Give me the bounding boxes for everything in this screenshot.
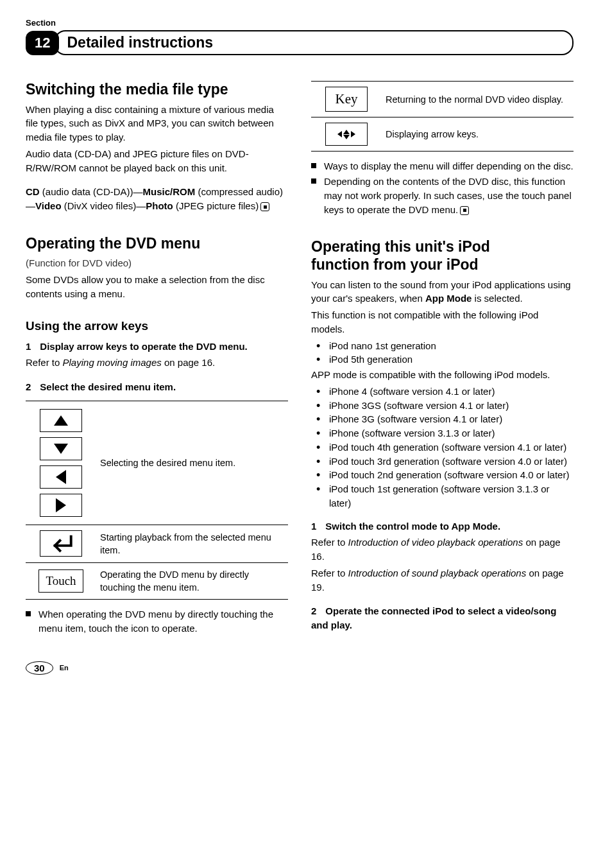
- text: Refer to: [311, 568, 348, 578]
- bullet-icon: [311, 163, 316, 168]
- list-item: iPod nano 1st generation: [311, 339, 574, 353]
- chapter-header: 12 Detailed instructions: [26, 30, 574, 55]
- step-reference: Refer to Introduction of sound playback …: [311, 566, 574, 595]
- label-photo: Photo: [146, 200, 173, 211]
- heading-using-arrow-keys: Using the arrow keys: [26, 319, 288, 333]
- heading-ipod-function: Operating this unit's iPod function from…: [311, 238, 574, 273]
- reference-title: Playing moving images: [63, 357, 162, 368]
- step-number: 1: [311, 521, 316, 532]
- dvd-menu-key-table: Selecting the desired menu item. Startin…: [26, 401, 288, 600]
- list-item: iPod touch 1st generation (software vers…: [311, 482, 574, 510]
- list-item: iPod touch 2nd generation (software vers…: [311, 468, 574, 482]
- table-row: Displaying arrow keys.: [311, 117, 574, 152]
- left-column: Switching the media file type When playi…: [26, 81, 288, 636]
- key-cell-enter: [26, 525, 96, 562]
- list-item: iPhone 4 (software version 4.1 or later): [311, 385, 574, 399]
- dvd-display-key-table: Key Returning to the normal DVD video di…: [311, 81, 574, 152]
- reference-title: Introduction of video playback operation…: [348, 537, 523, 548]
- table-row: Key Returning to the normal DVD video di…: [311, 82, 574, 117]
- language-label: En: [60, 664, 69, 672]
- text: (JPEG picture files): [173, 200, 259, 211]
- page-footer: 30 En: [26, 661, 574, 675]
- content-columns: Switching the media file type When playi…: [26, 81, 574, 636]
- key-label-key-icon: Key: [325, 87, 368, 112]
- step-reference: Refer to Introduction of video playback …: [311, 535, 574, 564]
- enter-key-icon: [40, 530, 82, 557]
- step-2-operate-ipod: 2Operate the connected iPod to select a …: [311, 604, 574, 632]
- left-arrow-key-icon: [40, 465, 82, 489]
- note: Ways to display the menu will differ dep…: [311, 159, 574, 173]
- paragraph: You can listen to the sound from your iP…: [311, 278, 574, 306]
- right-column: Key Returning to the normal DVD video di…: [311, 81, 574, 636]
- end-mark-icon: [460, 206, 469, 215]
- touch-key-icon: Touch: [38, 569, 83, 593]
- table-row: Selecting the desired menu item.: [26, 401, 288, 525]
- function-note: (Function for DVD video): [26, 256, 288, 270]
- table-row: Starting playback from the selected menu…: [26, 525, 288, 562]
- label-music-rom: Music/ROM: [143, 186, 196, 197]
- text: (DivX video files)—: [62, 200, 146, 211]
- key-description: Displaying arrow keys.: [382, 117, 574, 152]
- heading-line: Operating this unit's iPod: [311, 238, 490, 255]
- key-description: Operating the DVD menu by directly touch…: [96, 562, 288, 600]
- paragraph: APP mode is compatible with the followin…: [311, 368, 574, 382]
- key-description: Returning to the normal DVD video displa…: [382, 82, 574, 117]
- text: Refer to: [311, 537, 348, 548]
- end-mark-icon: [260, 202, 269, 211]
- table-row: Touch Operating the DVD menu by directly…: [26, 562, 288, 600]
- paragraph: Some DVDs allow you to make a selection …: [26, 273, 288, 301]
- chapter-title: Detailed instructions: [67, 34, 212, 51]
- paragraph: This function is not compatible with the…: [311, 308, 574, 336]
- step-text: Operate the connected iPod to select a v…: [311, 605, 556, 630]
- text: is selected.: [472, 293, 522, 304]
- page-number: 30: [26, 661, 53, 675]
- note: When operating the DVD menu by directly …: [26, 607, 288, 636]
- format-chain: CD (audio data (CD-DA))—Music/ROM (compr…: [26, 185, 288, 213]
- text: (audio data (CD-DA))—: [40, 186, 143, 197]
- page: Section 12 Detailed instructions Switchi…: [0, 0, 612, 700]
- step-number: 2: [311, 605, 316, 616]
- key-cell-touch: Touch: [26, 562, 96, 600]
- step-text: Select the desired menu item.: [40, 381, 176, 392]
- list-item: iPhone (software version 3.1.3 or later): [311, 426, 574, 440]
- list-item: iPod touch 4th generation (software vers…: [311, 440, 574, 455]
- incompatible-list: iPod nano 1st generation iPod 5th genera…: [311, 339, 574, 367]
- compatible-list: iPhone 4 (software version 4.1 or later)…: [311, 385, 574, 510]
- up-arrow-key-icon: [40, 409, 82, 432]
- compound-arrows-key-icon: [325, 123, 368, 146]
- key-description: Starting playback from the selected menu…: [96, 525, 288, 562]
- list-item: iPod touch 3rd generation (software vers…: [311, 455, 574, 469]
- key-cell-compound-arrows: [311, 117, 382, 152]
- label-cd: CD: [26, 186, 40, 197]
- down-arrow-key-icon: [40, 437, 82, 460]
- bullet-icon: [311, 178, 316, 184]
- step-1-reference: Refer to Playing moving images on page 1…: [26, 356, 288, 370]
- list-item: iPhone 3G (software version 4.1 or later…: [311, 412, 574, 426]
- section-label: Section: [26, 18, 574, 28]
- reference-title: Introduction of sound playback operation…: [348, 568, 527, 578]
- step-text: Display arrow keys to operate the DVD me…: [40, 341, 247, 352]
- step-2: 2Select the desired menu item.: [26, 380, 288, 394]
- paragraph: When playing a disc containing a mixture…: [26, 103, 288, 144]
- note-text: When operating the DVD menu by directly …: [38, 607, 288, 636]
- step-1: 1Display arrow keys to operate the DVD m…: [26, 340, 288, 354]
- label-app-mode: App Mode: [425, 293, 472, 304]
- note-text: Depending on the contents of the DVD dis…: [324, 175, 574, 216]
- paragraph: Audio data (CD-DA) and JPEG picture file…: [26, 147, 288, 175]
- text: on page 16.: [162, 357, 215, 368]
- key-description: Selecting the desired menu item.: [96, 401, 288, 525]
- bullet-icon: [26, 611, 31, 616]
- text: Refer to: [26, 357, 63, 368]
- key-cell-arrows: [26, 401, 96, 525]
- label-video: Video: [35, 200, 62, 211]
- right-arrow-key-icon: [40, 494, 82, 517]
- step-number: 1: [26, 341, 31, 352]
- note: Depending on the contents of the DVD dis…: [311, 175, 574, 216]
- key-cell-key: Key: [311, 82, 382, 117]
- step-text: Switch the control mode to App Mode.: [325, 521, 500, 532]
- heading-line: function from your iPod: [311, 256, 479, 273]
- list-item: iPod 5th generation: [311, 352, 574, 367]
- step-number: 2: [26, 381, 31, 392]
- heading-switching-media: Switching the media file type: [26, 81, 288, 99]
- note-text: Ways to display the menu will differ dep…: [324, 159, 574, 173]
